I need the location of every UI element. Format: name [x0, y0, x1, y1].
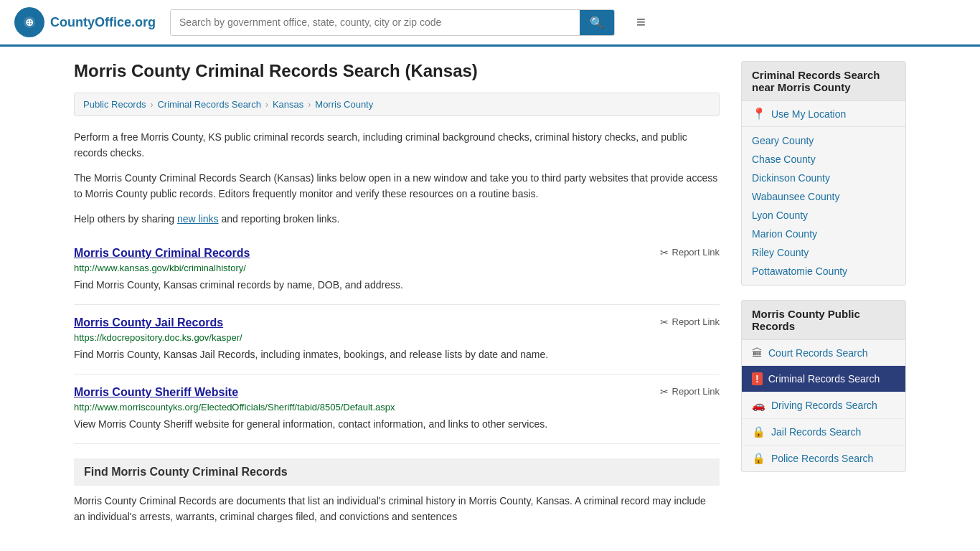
find-records-description: Morris County Criminal Records are docum…: [74, 493, 720, 525]
nearby-county-link-7[interactable]: Pottawatomie County: [752, 265, 847, 277]
car-icon-2: 🚗: [752, 399, 765, 412]
use-location-link[interactable]: Use My Location: [771, 108, 846, 120]
record-cards: Morris County Criminal Records ✂ Report …: [74, 235, 720, 444]
breadcrumb-public-records[interactable]: Public Records: [83, 99, 146, 110]
lock-icon-4: 🔒: [752, 452, 765, 465]
description-1: Perform a free Morris County, KS public …: [74, 129, 720, 161]
use-location[interactable]: 📍 Use My Location: [742, 101, 905, 127]
nearby-county-6[interactable]: Riley County: [742, 243, 905, 262]
public-records-box: Morris County Public Records 🏛Court Reco…: [741, 300, 906, 472]
record-card-0: Morris County Criminal Records ✂ Report …: [74, 235, 720, 305]
public-record-link-4[interactable]: Police Records Search: [771, 453, 873, 464]
record-desc-1: Find Morris County, Kansas Jail Records,…: [74, 347, 720, 362]
nearby-county-1[interactable]: Chase County: [742, 150, 905, 169]
search-button[interactable]: 🔍: [580, 10, 614, 35]
breadcrumb: Public Records › Criminal Records Search…: [74, 93, 720, 116]
search-icon: 🔍: [590, 17, 604, 29]
nearby-county-link-1[interactable]: Chase County: [752, 154, 816, 165]
record-url-1[interactable]: https://kdocrepository.doc.ks.gov/kasper…: [74, 332, 720, 343]
nearby-county-link-4[interactable]: Lyon County: [752, 209, 808, 221]
nearby-county-link-6[interactable]: Riley County: [752, 247, 809, 258]
nearby-county-link-2[interactable]: Dickinson County: [752, 172, 830, 184]
nearby-box: Criminal Records Search near Morris Coun…: [741, 61, 906, 286]
svg-text:⊕: ⊕: [25, 17, 34, 28]
record-title-0[interactable]: Morris County Criminal Records: [74, 247, 250, 260]
nearby-county-2[interactable]: Dickinson County: [742, 169, 905, 187]
record-card-2: Morris County Sheriff Website ✂ Report L…: [74, 375, 720, 444]
record-desc-0: Find Morris County, Kansas criminal reco…: [74, 278, 720, 293]
record-desc-2: View Morris County Sheriff website for g…: [74, 417, 720, 432]
nearby-county-link-0[interactable]: Geary County: [752, 135, 814, 146]
public-record-link-2[interactable]: Driving Records Search: [771, 400, 877, 411]
exclamation-icon-1: !: [752, 372, 763, 385]
report-icon-2: ✂: [660, 386, 669, 397]
nearby-county-link-5[interactable]: Marion County: [752, 228, 817, 240]
nearby-county-7[interactable]: Pottawatomie County: [742, 262, 905, 281]
breadcrumb-criminal-records-search[interactable]: Criminal Records Search: [157, 99, 261, 110]
nearby-county-3[interactable]: Wabaunsee County: [742, 187, 905, 206]
find-section-heading: Find Morris County Criminal Records: [74, 458, 720, 486]
page-title: Morris County Criminal Records Search (K…: [74, 61, 720, 81]
sidebar: Criminal Records Search near Morris Coun…: [741, 61, 906, 525]
public-record-item-4[interactable]: 🔒Police Records Search: [742, 446, 905, 471]
nearby-county-5[interactable]: Marion County: [742, 225, 905, 243]
main-content: Morris County Criminal Records Search (K…: [74, 61, 720, 525]
record-title-2[interactable]: Morris County Sheriff Website: [74, 386, 238, 399]
breadcrumb-sep-3: ›: [308, 100, 311, 110]
nearby-county-link-3[interactable]: Wabaunsee County: [752, 191, 839, 202]
nearby-county-0[interactable]: Geary County: [742, 131, 905, 150]
report-link-2[interactable]: ✂ Report Link: [660, 386, 720, 397]
hamburger-menu-icon[interactable]: ≡: [636, 13, 646, 32]
search-input[interactable]: [171, 10, 580, 35]
breadcrumb-sep-2: ›: [265, 100, 268, 110]
public-record-link-3[interactable]: Jail Records Search: [771, 426, 861, 438]
breadcrumb-kansas[interactable]: Kansas: [273, 99, 303, 110]
public-record-item-1[interactable]: !Criminal Records Search: [742, 366, 905, 392]
lock-icon-3: 🔒: [752, 425, 765, 438]
report-link-1[interactable]: ✂ Report Link: [660, 316, 720, 328]
report-icon-1: ✂: [660, 316, 669, 328]
search-bar: 🔍: [170, 9, 615, 36]
logo-link[interactable]: ⊕ CountyOffice.org: [14, 7, 156, 37]
new-links-link[interactable]: new links: [177, 213, 219, 225]
nearby-county-4[interactable]: Lyon County: [742, 206, 905, 225]
breadcrumb-sep-1: ›: [150, 100, 153, 110]
record-card-1: Morris County Jail Records ✂ Report Link…: [74, 305, 720, 375]
public-records-title: Morris County Public Records: [742, 301, 905, 340]
logo-text: CountyOffice.org: [50, 15, 156, 30]
location-icon: 📍: [752, 107, 766, 121]
record-url-2[interactable]: http://www.morriscountyks.org/ElectedOff…: [74, 402, 720, 413]
public-record-link-1[interactable]: Criminal Records Search: [768, 373, 880, 385]
description-3: Help others by sharing new links and rep…: [74, 211, 720, 227]
nearby-title: Criminal Records Search near Morris Coun…: [742, 62, 905, 101]
report-link-0[interactable]: ✂ Report Link: [660, 247, 720, 258]
public-record-link-0[interactable]: Court Records Search: [768, 347, 868, 359]
report-icon-0: ✂: [660, 247, 669, 258]
nearby-county-list: Geary CountyChase CountyDickinson County…: [742, 127, 905, 285]
public-record-item-3[interactable]: 🔒Jail Records Search: [742, 419, 905, 446]
site-header: ⊕ CountyOffice.org 🔍 ≡: [0, 0, 980, 47]
public-record-item-0[interactable]: 🏛Court Records Search: [742, 340, 905, 366]
public-record-item-2[interactable]: 🚗Driving Records Search: [742, 392, 905, 419]
public-records-list: 🏛Court Records Search!Criminal Records S…: [742, 340, 905, 471]
court-icon-0: 🏛: [752, 347, 763, 359]
record-title-1[interactable]: Morris County Jail Records: [74, 316, 223, 329]
logo-icon: ⊕: [14, 7, 44, 37]
breadcrumb-morris-county[interactable]: Morris County: [315, 99, 373, 110]
record-url-0[interactable]: http://www.kansas.gov/kbi/criminalhistor…: [74, 263, 720, 273]
description-2: The Morris County Criminal Records Searc…: [74, 170, 720, 202]
